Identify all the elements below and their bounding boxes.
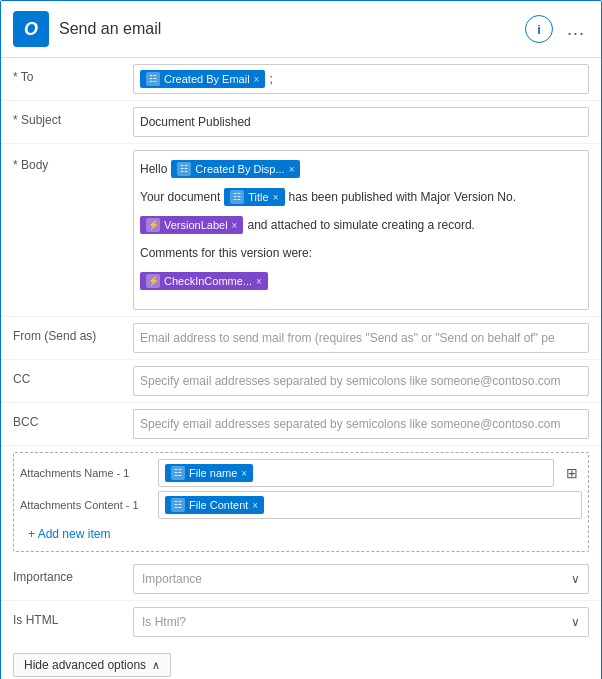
- body-field[interactable]: Hello ☷ Created By Disp... × Your docume…: [133, 150, 589, 310]
- importance-value: Importance: [142, 572, 202, 586]
- body-token-1-label: Created By Disp...: [195, 163, 284, 175]
- hide-advanced-section: Hide advanced options ∧: [1, 643, 601, 679]
- body-comments-text: Comments for this version were:: [140, 246, 312, 260]
- importance-dropdown[interactable]: Importance ∨: [133, 564, 589, 594]
- app-icon-letter: O: [24, 19, 38, 40]
- token-icon-attach-content: ☷: [171, 498, 185, 512]
- body-token-1: ☷ Created By Disp... ×: [171, 160, 300, 178]
- body-suffix-2: has been published with Major Version No…: [289, 190, 516, 204]
- cc-field[interactable]: Specify email addresses separated by sem…: [133, 366, 589, 396]
- attach-name-row: Attachments Name - 1 ☷ File name × ⊞: [20, 459, 582, 487]
- body-token-4-close[interactable]: ×: [256, 276, 262, 287]
- attach-content-token-label: File Content: [189, 499, 248, 511]
- body-token-1-close[interactable]: ×: [289, 164, 295, 175]
- is-html-chevron-down-icon: ∨: [571, 615, 580, 629]
- body-token-4-label: CheckInComme...: [164, 275, 252, 287]
- attach-content-label: Attachments Content - 1: [20, 499, 150, 511]
- form-body: * To ☷ Created By Email × ; * Subject Do…: [1, 58, 601, 679]
- body-row: * Body Hello ☷ Created By Disp... × Your…: [1, 144, 601, 317]
- body-suffix-3: and attached to simulate creating a reco…: [247, 218, 474, 232]
- from-label: From (Send as): [13, 323, 133, 343]
- is-html-dropdown[interactable]: Is Html? ∨: [133, 607, 589, 637]
- send-email-card: O Send an email i ... * To ☷ Created By …: [0, 0, 602, 679]
- token-icon-1: ☷: [177, 162, 191, 176]
- body-token-2-close[interactable]: ×: [273, 192, 279, 203]
- to-semicolon: ;: [269, 72, 272, 86]
- add-new-item-button[interactable]: + Add new item: [20, 523, 582, 545]
- to-token: ☷ Created By Email ×: [140, 70, 265, 88]
- body-token-3: ⚡ VersionLabel ×: [140, 216, 243, 234]
- header-actions: i ...: [525, 15, 589, 43]
- cc-row: CC Specify email addresses separated by …: [1, 360, 601, 403]
- subject-row: * Subject Document Published: [1, 101, 601, 144]
- bcc-label: BCC: [13, 409, 133, 429]
- body-token-2: ☷ Title ×: [224, 188, 284, 206]
- app-icon: O: [13, 11, 49, 47]
- attach-name-token: ☷ File name ×: [165, 464, 253, 482]
- cc-placeholder: Specify email addresses separated by sem…: [140, 374, 560, 388]
- to-label: * To: [13, 64, 133, 84]
- is-html-row: Is HTML Is Html? ∨: [1, 601, 601, 643]
- body-prefix-2: Your document: [140, 190, 220, 204]
- from-row: From (Send as) Email address to send mai…: [1, 317, 601, 360]
- subject-value: Document Published: [140, 115, 251, 129]
- attach-content-field[interactable]: ☷ File Content ×: [158, 491, 582, 519]
- to-token-label: Created By Email: [164, 73, 250, 85]
- add-new-item-label: + Add new item: [28, 527, 110, 541]
- body-token-4: ⚡ CheckInComme... ×: [140, 272, 268, 290]
- body-line-1: Hello ☷ Created By Disp... ×: [140, 157, 582, 181]
- subject-label: * Subject: [13, 107, 133, 127]
- attach-content-row: Attachments Content - 1 ☷ File Content ×: [20, 491, 582, 519]
- token-icon-2: ☷: [230, 190, 244, 204]
- from-placeholder: Email address to send mail from (require…: [140, 331, 555, 345]
- is-html-label: Is HTML: [13, 607, 133, 627]
- cc-label: CC: [13, 366, 133, 386]
- body-line-2: Your document ☷ Title × has been publish…: [140, 185, 582, 209]
- body-line-3: ⚡ VersionLabel × and attached to simulat…: [140, 213, 582, 237]
- token-icon-4: ⚡: [146, 274, 160, 288]
- bcc-placeholder: Specify email addresses separated by sem…: [140, 417, 560, 431]
- importance-label: Importance: [13, 564, 133, 584]
- token-icon-attach-name: ☷: [171, 466, 185, 480]
- chevron-up-icon: ∧: [152, 659, 160, 672]
- hide-advanced-button[interactable]: Hide advanced options ∧: [13, 653, 171, 677]
- subject-field[interactable]: Document Published: [133, 107, 589, 137]
- info-button[interactable]: i: [525, 15, 553, 43]
- to-field[interactable]: ☷ Created By Email × ;: [133, 64, 589, 94]
- body-token-3-label: VersionLabel: [164, 219, 228, 231]
- importance-chevron-down-icon: ∨: [571, 572, 580, 586]
- token-icon-3: ⚡: [146, 218, 160, 232]
- attach-content-token-close[interactable]: ×: [252, 500, 258, 511]
- importance-row: Importance Importance ∨: [1, 558, 601, 601]
- body-hello: Hello: [140, 162, 167, 176]
- attach-delete-button[interactable]: ⊞: [562, 463, 582, 483]
- to-row: * To ☷ Created By Email × ;: [1, 58, 601, 101]
- body-token-2-label: Title: [248, 191, 268, 203]
- more-button[interactable]: ...: [563, 17, 589, 42]
- bcc-field[interactable]: Specify email addresses separated by sem…: [133, 409, 589, 439]
- attach-name-label: Attachments Name - 1: [20, 467, 150, 479]
- bcc-row: BCC Specify email addresses separated by…: [1, 403, 601, 446]
- attachments-section: Attachments Name - 1 ☷ File name × ⊞ Att…: [13, 452, 589, 552]
- attach-name-token-close[interactable]: ×: [241, 468, 247, 479]
- attach-name-field[interactable]: ☷ File name ×: [158, 459, 554, 487]
- is-html-value: Is Html?: [142, 615, 186, 629]
- from-field[interactable]: Email address to send mail from (require…: [133, 323, 589, 353]
- body-label: * Body: [13, 150, 133, 172]
- attach-name-token-label: File name: [189, 467, 237, 479]
- body-line-4: Comments for this version were:: [140, 241, 582, 265]
- to-token-close[interactable]: ×: [254, 74, 260, 85]
- body-token-3-close[interactable]: ×: [232, 220, 238, 231]
- attach-content-token: ☷ File Content ×: [165, 496, 264, 514]
- body-line-5: ⚡ CheckInComme... ×: [140, 269, 582, 293]
- card-header: O Send an email i ...: [1, 1, 601, 58]
- page-title: Send an email: [59, 20, 525, 38]
- token-icon-blue: ☷: [146, 72, 160, 86]
- hide-advanced-label: Hide advanced options: [24, 658, 146, 672]
